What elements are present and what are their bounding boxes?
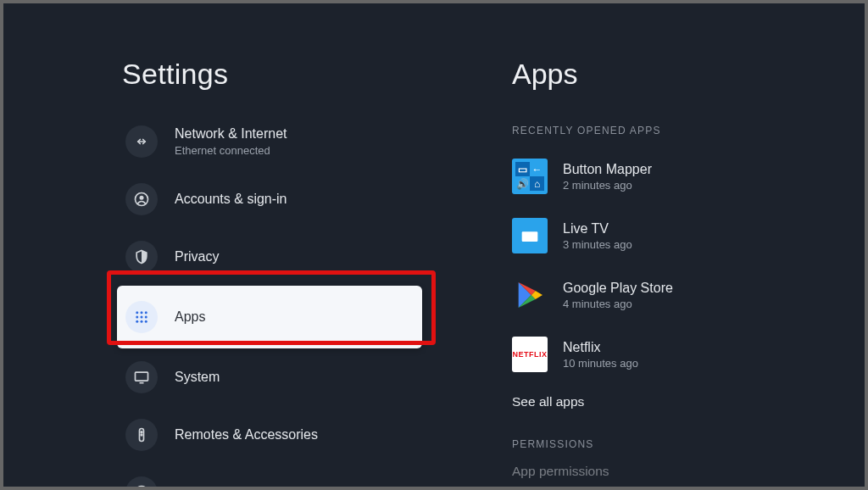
- settings-item-help[interactable]: Help & Feedback: [117, 464, 422, 487]
- google-play-icon: [512, 277, 548, 313]
- settings-item-label: Accounts & sign-in: [175, 191, 287, 208]
- settings-list: Network & Internet Ethernet connected Ac…: [117, 113, 422, 487]
- settings-item-remotes[interactable]: Remotes & Accessories: [117, 406, 422, 464]
- app-timestamp: 10 minutes ago: [563, 357, 638, 370]
- settings-item-label: Apps: [175, 309, 205, 326]
- svg-point-7: [145, 316, 147, 319]
- apps-grid-icon: [125, 301, 158, 333]
- app-timestamp: 4 minutes ago: [563, 298, 673, 310]
- svg-point-9: [141, 320, 143, 323]
- app-name: Netflix: [563, 340, 638, 355]
- svg-rect-17: [522, 231, 538, 242]
- app-name: Live TV: [563, 221, 632, 237]
- settings-item-system[interactable]: System: [117, 348, 422, 406]
- svg-point-6: [141, 316, 143, 319]
- network-icon: [125, 125, 158, 158]
- section-heading-recent: RECENTLY OPENED APPS: [512, 125, 865, 136]
- settings-item-apps[interactable]: Apps: [117, 286, 422, 348]
- app-row-google-play-store[interactable]: Google Play Store 4 minutes ago: [512, 269, 865, 321]
- apps-page-title: Apps: [512, 58, 865, 91]
- svg-point-8: [136, 320, 138, 323]
- settings-item-sublabel: Ethernet connected: [175, 144, 287, 158]
- live-tv-icon: [512, 218, 548, 253]
- svg-point-14: [141, 434, 142, 436]
- see-all-apps-link[interactable]: See all apps: [512, 394, 865, 409]
- svg-point-15: [136, 487, 148, 487]
- account-icon: [125, 183, 158, 215]
- app-permissions-link[interactable]: App permissions: [512, 464, 865, 479]
- section-heading-permissions: PERMISSIONS: [512, 438, 865, 450]
- settings-item-label: Remotes & Accessories: [175, 426, 318, 443]
- app-row-live-tv[interactable]: Live TV 3 minutes ago: [512, 209, 865, 262]
- svg-point-4: [145, 311, 147, 314]
- svg-point-5: [136, 316, 138, 319]
- page-title: Settings: [122, 58, 512, 91]
- help-icon: [125, 476, 158, 487]
- button-mapper-icon: ▭←🔊⌂: [512, 159, 548, 194]
- settings-item-label: System: [175, 369, 220, 386]
- svg-point-2: [136, 311, 138, 314]
- svg-point-13: [141, 432, 142, 433]
- svg-point-10: [145, 320, 147, 323]
- recent-apps-list: ▭←🔊⌂ Button Mapper 2 minutes ago Live: [512, 150, 865, 381]
- settings-item-network[interactable]: Network & Internet Ethernet connected: [117, 113, 422, 170]
- settings-item-accounts[interactable]: Accounts & sign-in: [117, 170, 422, 228]
- app-row-button-mapper[interactable]: ▭←🔊⌂ Button Mapper 2 minutes ago: [512, 150, 865, 203]
- remote-icon: [125, 419, 158, 451]
- svg-rect-11: [136, 372, 148, 381]
- svg-point-1: [140, 196, 144, 200]
- app-name: Button Mapper: [563, 162, 652, 177]
- app-name: Google Play Store: [563, 281, 673, 296]
- settings-item-label: Help & Feedback: [175, 484, 279, 487]
- system-icon: [125, 361, 158, 393]
- settings-item-label: Network & Internet: [175, 125, 287, 142]
- app-timestamp: 2 minutes ago: [563, 179, 652, 192]
- app-row-netflix[interactable]: NETFLIX Netflix 10 minutes ago: [512, 328, 865, 381]
- app-timestamp: 3 minutes ago: [563, 238, 632, 251]
- netflix-icon: NETFLIX: [512, 337, 548, 372]
- svg-point-3: [141, 311, 143, 314]
- settings-item-label: Privacy: [175, 248, 219, 265]
- shield-icon: [125, 241, 158, 273]
- settings-item-privacy[interactable]: Privacy: [117, 228, 422, 286]
